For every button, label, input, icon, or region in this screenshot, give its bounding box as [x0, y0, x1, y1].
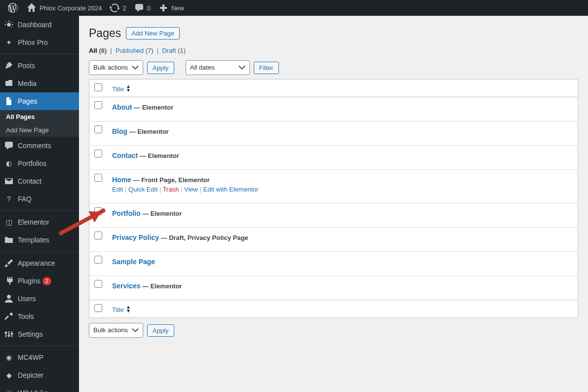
- menu-label: FAQ: [18, 195, 32, 203]
- updates-link[interactable]: 2: [106, 0, 130, 16]
- admin-sidebar: Dashboard ✦ Phlox Pro Posts Media Pages …: [0, 16, 79, 361]
- row-actions: Edit | Quick Edit | Trash | View | Edit …: [112, 186, 573, 193]
- row-checkbox[interactable]: [94, 232, 102, 239]
- date-filter-select[interactable]: All dates: [186, 60, 250, 75]
- row-title-link[interactable]: About: [112, 103, 132, 111]
- portfolio-icon: ◐: [4, 158, 14, 168]
- brush-icon: [4, 258, 14, 268]
- filter-all[interactable]: All (8): [89, 47, 107, 54]
- admin-toolbar: Phlox Corporate 2024 2 0 New: [0, 0, 588, 16]
- add-new-page-button[interactable]: Add New Page: [126, 27, 180, 39]
- post-state: — Elementor: [127, 128, 169, 135]
- row-title-link[interactable]: Privacy Policy: [112, 234, 159, 241]
- menu-media[interactable]: Media: [0, 75, 79, 92]
- filter-draft[interactable]: Draft (1): [162, 47, 186, 54]
- menu-phlox-pro[interactable]: ✦ Phlox Pro: [0, 34, 79, 51]
- action-edit-elementor[interactable]: Edit with Elementor: [203, 186, 259, 193]
- menu-contact[interactable]: Contact: [0, 172, 79, 190]
- bulk-actions-select[interactable]: Bulk actions: [89, 60, 143, 75]
- comments-link[interactable]: 0: [130, 0, 155, 16]
- menu-label: Comments: [18, 142, 51, 150]
- menu-mc4wp[interactable]: ◉ MC4WP: [0, 349, 79, 361]
- apply-bulk-button[interactable]: Apply: [147, 62, 174, 74]
- pages-table: Title About — ElementorBlog — ElementorC…: [89, 79, 578, 318]
- post-state: — Elementor: [138, 152, 179, 159]
- menu-tools[interactable]: Tools: [0, 308, 79, 325]
- updates-count: 2: [122, 4, 126, 12]
- row-title-link[interactable]: Sample Page: [112, 258, 155, 266]
- post-state: — Elementor: [132, 104, 173, 111]
- wrench-icon: [4, 312, 14, 321]
- select-all-top[interactable]: [94, 83, 102, 91]
- menu-portfolios[interactable]: ◐ Portfolios: [0, 155, 79, 172]
- menu-label: MC4WP: [18, 353, 43, 361]
- help-icon: ?: [4, 194, 14, 204]
- menu-dashboard[interactable]: Dashboard: [0, 16, 79, 34]
- media-icon: [4, 78, 14, 88]
- post-state: — Elementor: [141, 210, 182, 217]
- main-content: Pages Add New Page All (8) | Published (…: [79, 16, 588, 361]
- menu-users[interactable]: Users: [0, 290, 79, 308]
- settings-icon: [4, 329, 14, 339]
- menu-comments[interactable]: Comments: [0, 137, 79, 155]
- row-checkbox[interactable]: [94, 256, 102, 264]
- mc4wp-icon: ◉: [4, 353, 14, 361]
- row-title-link[interactable]: Portfolio: [112, 209, 141, 217]
- menu-templates[interactable]: Templates: [0, 231, 79, 249]
- menu-settings[interactable]: Settings: [0, 325, 79, 343]
- row-checkbox[interactable]: [94, 101, 102, 109]
- submenu-add-new[interactable]: Add New Page: [0, 123, 79, 137]
- row-title-link[interactable]: Blog: [112, 127, 127, 135]
- row-checkbox[interactable]: [94, 174, 102, 182]
- action-view[interactable]: View: [184, 186, 198, 193]
- menu-appearance[interactable]: Appearance: [0, 254, 79, 272]
- menu-faq[interactable]: ? FAQ: [0, 190, 79, 208]
- post-state: — Elementor: [141, 282, 182, 290]
- status-filters: All (8) | Published (7) | Draft (1): [89, 47, 578, 54]
- wp-logo[interactable]: [4, 0, 23, 16]
- apply-bulk-button-bottom[interactable]: Apply: [147, 324, 174, 337]
- row-checkbox[interactable]: [94, 125, 102, 133]
- row-title-link[interactable]: Services: [112, 282, 141, 290]
- row-title-link[interactable]: Home: [112, 176, 131, 184]
- menu-label: Media: [18, 79, 37, 87]
- action-quick-edit[interactable]: Quick Edit: [128, 186, 157, 193]
- row-checkbox[interactable]: [94, 150, 102, 157]
- action-trash[interactable]: Trash: [163, 186, 179, 193]
- title-column-footer[interactable]: Title: [107, 300, 578, 318]
- sort-icon: [126, 84, 131, 93]
- menu-label: Plugins: [18, 277, 40, 285]
- row-title-link[interactable]: Contact: [112, 152, 138, 159]
- menu-label: Users: [18, 295, 36, 303]
- menu-label: Phlox Pro: [18, 39, 48, 46]
- menu-label: Contact: [18, 177, 41, 185]
- table-row: Home — Front Page, ElementorEdit | Quick…: [89, 170, 578, 203]
- site-link[interactable]: Phlox Corporate 2024: [23, 0, 106, 16]
- filter-button[interactable]: Filter: [254, 62, 279, 74]
- new-content-link[interactable]: New: [155, 0, 188, 16]
- phlox-icon: ✦: [4, 38, 14, 47]
- table-row: Portfolio — Elementor: [89, 203, 578, 228]
- home-icon: [27, 3, 37, 13]
- bulk-actions-select-bottom[interactable]: Bulk actions: [89, 323, 143, 338]
- menu-pages[interactable]: Pages: [0, 92, 79, 110]
- menu-label: Templates: [18, 236, 49, 244]
- table-row: About — Elementor: [89, 97, 578, 121]
- submenu-pages: All Pages Add New Page: [0, 110, 79, 137]
- menu-plugins[interactable]: Plugins 2: [0, 272, 79, 290]
- menu-label: Dashboard: [18, 21, 52, 29]
- pages-icon: [4, 96, 14, 106]
- action-edit[interactable]: Edit: [112, 186, 123, 193]
- comments-count: 0: [147, 4, 151, 12]
- submenu-all-pages[interactable]: All Pages: [0, 110, 79, 123]
- comments-icon: [4, 141, 14, 151]
- title-column-header[interactable]: Title: [107, 79, 578, 97]
- folder-icon: [4, 235, 14, 245]
- filter-published[interactable]: Published (7): [116, 47, 154, 54]
- updates-icon: [110, 3, 119, 13]
- table-row: Blog — Elementor: [89, 121, 578, 146]
- select-all-bottom[interactable]: [94, 304, 102, 312]
- menu-posts[interactable]: Posts: [0, 57, 79, 75]
- row-checkbox[interactable]: [94, 280, 102, 288]
- site-name: Phlox Corporate 2024: [39, 4, 102, 12]
